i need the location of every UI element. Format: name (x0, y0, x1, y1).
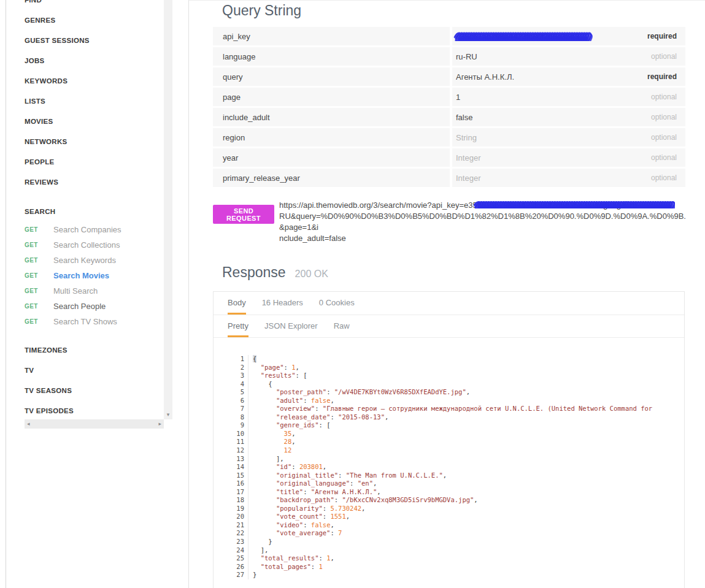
code-text: "genre_ids": [ (248, 421, 684, 430)
line-number: 4 (214, 380, 248, 389)
sidebar-endpoint-search-tv-shows[interactable]: GETSearch TV Shows (25, 314, 161, 329)
line-number: 18 (214, 496, 248, 505)
sidebar-horizontal-scrollbar[interactable]: ◂ ▸ (25, 419, 164, 429)
sidebar-item-keywords[interactable]: KEYWORDS (25, 71, 161, 91)
tab-body[interactable]: Body (228, 292, 246, 315)
sidebar-endpoint-search-keywords[interactable]: GETSearch Keywords (25, 253, 161, 268)
method-get-badge: GET (25, 272, 53, 279)
table-row: languageru-RUoptional (213, 47, 685, 66)
code-line: 19 "popularity": 5.730242, (214, 505, 684, 513)
param-value-text: false (456, 113, 651, 122)
line-number: 25 (214, 554, 248, 563)
code-text: "overview": "Главные герои — сотрудники … (248, 405, 684, 413)
code-line: 12 12 (214, 446, 684, 455)
param-value-query[interactable]: Агенты А.Н.К.Л.required (452, 67, 685, 86)
code-text: "backdrop_path": "/bKxcCNv2xq8M3GD5iSrv9… (248, 496, 684, 505)
response-subtabs: PrettyJSON ExplorerRaw (214, 315, 684, 338)
subtab-json-explorer[interactable]: JSON Explorer (264, 315, 318, 337)
send-request-button[interactable]: SEND REQUEST (213, 205, 274, 224)
param-name-page: page (213, 88, 450, 106)
param-value-year[interactable]: Integeroptional (452, 148, 685, 167)
line-number: 10 (214, 430, 248, 438)
method-get-badge: GET (25, 303, 53, 310)
code-line: 9 "genre_ids": [ (214, 421, 684, 430)
code-line: 18 "backdrop_path": "/bKxcCNv2xq8M3GD5iS… (214, 496, 684, 505)
sidebar-vertical-scrollbar[interactable]: ▾ (164, 0, 172, 419)
code-line: 8 "release_date": "2015-08-13", (214, 413, 684, 422)
sidebar-item-find[interactable]: FIND (25, 0, 161, 10)
param-optional-badge: optional (651, 174, 677, 182)
line-number: 8 (214, 413, 248, 422)
param-value-api_key[interactable]: e35c61ab798e4423fc80f2d6e35e3required (452, 27, 685, 45)
sidebar-endpoint-search-companies[interactable]: GETSearch Companies (25, 222, 161, 237)
method-get-badge: GET (25, 288, 53, 294)
sidebar-section-search[interactable]: SEARCH (25, 201, 161, 221)
sidebar-endpoint-search-people[interactable]: GETSearch People (25, 299, 161, 314)
sidebar-item-tv-seasons[interactable]: TV SEASONS (25, 380, 161, 400)
sidebar-item-people[interactable]: PEOPLE (25, 151, 161, 172)
code-line: 4 { (214, 380, 684, 389)
sidebar-item-jobs[interactable]: JOBS (25, 50, 161, 71)
window-left-border (6, 0, 6, 588)
tab-16-headers[interactable]: 16 Headers (262, 292, 303, 315)
param-value-region[interactable]: Stringoptional (452, 128, 685, 147)
code-text: { (248, 380, 684, 389)
param-value-text: 1 (456, 93, 651, 102)
code-text: "adult": false, (248, 397, 684, 405)
code-line: 22 "vote_average": 7 (214, 529, 684, 538)
code-text: "title": "Агенты А.Н.К.Л.", (248, 488, 684, 497)
param-value-page[interactable]: 1optional (452, 88, 685, 106)
sidebar-item-guest-sessions[interactable]: GUEST SESSIONS (25, 30, 161, 50)
top-divider (189, 0, 705, 1)
scroll-left-icon[interactable]: ◂ (27, 419, 30, 429)
line-number: 24 (214, 546, 248, 555)
code-text: 12 (248, 446, 684, 455)
param-optional-badge: optional (651, 52, 677, 61)
line-number: 20 (214, 513, 248, 521)
subtab-pretty[interactable]: Pretty (228, 315, 248, 337)
code-line: 13 ], (214, 455, 684, 464)
code-text: ], (248, 546, 684, 555)
code-text: "total_results": 1, (248, 554, 684, 563)
response-panel: Body16 Headers0 Cookies PrettyJSON Explo… (213, 291, 685, 588)
code-text: "video": false, (248, 521, 684, 530)
sidebar-item-genres[interactable]: GENRES (25, 10, 161, 30)
line-number: 11 (214, 438, 248, 446)
request-url-line: RU&query=%D0%90%D0%B3%D0%B5%D0%BD%D1%82%… (279, 211, 689, 233)
param-value-primary_release_year[interactable]: Integeroptional (452, 169, 685, 187)
subtab-raw[interactable]: Raw (334, 315, 350, 337)
sidebar-item-networks[interactable]: NETWORKS (25, 131, 161, 151)
sidebar-item-movies[interactable]: MOVIES (25, 111, 161, 131)
sidebar-endpoint-search-movies[interactable]: GETSearch Movies (25, 268, 161, 283)
code-text: "page": 1, (248, 364, 684, 372)
line-number: 5 (214, 388, 248, 397)
sidebar-item-tv-episodes[interactable]: TV EPISODES (25, 400, 161, 421)
code-text: "vote_count": 1551, (248, 513, 684, 521)
line-number: 15 (214, 472, 248, 480)
sidebar-item-tv[interactable]: TV (25, 360, 161, 380)
line-number: 26 (214, 563, 248, 571)
sidebar-item-reviews[interactable]: REVIEWS (25, 172, 161, 192)
line-number: 19 (214, 505, 248, 513)
tab-0-cookies[interactable]: 0 Cookies (319, 292, 355, 315)
code-text: "release_date": "2015-08-13", (248, 413, 684, 422)
param-value-text: ru-RU (456, 52, 651, 61)
sidebar-item-lists[interactable]: LISTS (25, 91, 161, 111)
code-line: 11 28, (214, 438, 684, 446)
table-row: page1optional (213, 88, 685, 106)
sidebar-item-timezones[interactable]: TIMEZONES (25, 340, 161, 360)
code-line: 26 "total_pages": 1 (214, 563, 684, 571)
line-number: 22 (214, 529, 248, 538)
code-line: 15 "original_title": "The Man from U.N.C… (214, 472, 684, 480)
sidebar-endpoint-multi-search[interactable]: GETMulti Search (25, 283, 161, 299)
param-name-include_adult: include_adult (213, 108, 450, 126)
param-value-language[interactable]: ru-RUoptional (452, 47, 685, 66)
response-tabs: Body16 Headers0 Cookies (214, 292, 684, 315)
code-line: 24 ], (214, 546, 684, 555)
method-get-badge: GET (25, 226, 53, 233)
scroll-right-icon[interactable]: ▸ (158, 419, 161, 429)
scroll-down-icon[interactable]: ▾ (164, 411, 172, 418)
sidebar-endpoint-search-collections[interactable]: GETSearch Collections (25, 237, 161, 253)
param-value-include_adult[interactable]: falseoptional (452, 108, 685, 126)
endpoint-label: Search Movies (53, 271, 109, 280)
